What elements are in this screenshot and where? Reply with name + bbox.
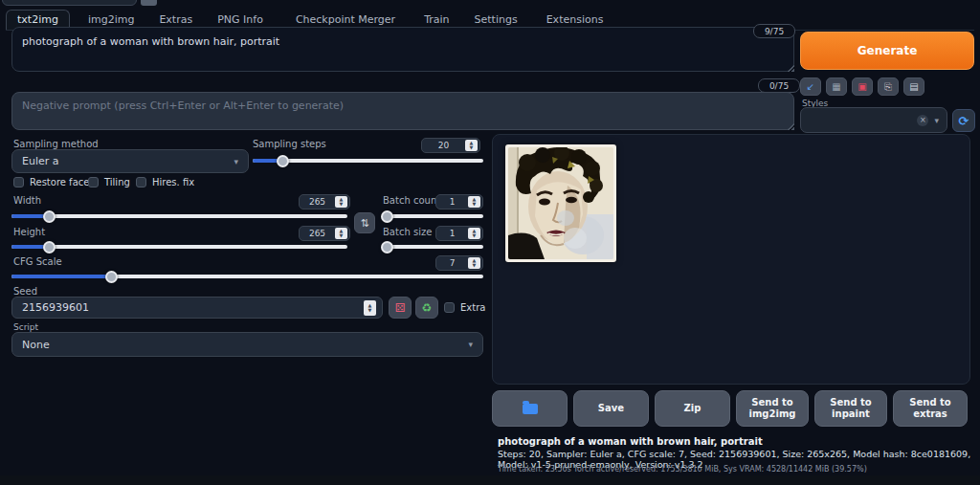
negative-prompt-input[interactable] <box>11 92 794 130</box>
apply-style-icon[interactable]: ⎘ <box>878 77 899 96</box>
clear-grid-glyph: ▦ <box>832 81 840 92</box>
generation-info-prompt: photograph of a woman with brown hair, p… <box>498 436 763 447</box>
checkbox-icon[interactable] <box>13 177 24 187</box>
sampling-steps-slider[interactable] <box>253 155 483 166</box>
send-to-inpaint-button[interactable]: Send to inpaint <box>814 390 887 427</box>
stepper-arrows-icon[interactable]: ▲▼ <box>468 196 480 208</box>
checkbox-icon[interactable] <box>88 177 99 187</box>
width-slider[interactable] <box>11 210 347 222</box>
paste-params-icon[interactable]: ↙ <box>800 77 821 96</box>
swap-arrows-icon: ⇅ <box>360 217 368 230</box>
seed-label: Seed <box>13 286 37 297</box>
width-value: 265 <box>300 197 335 207</box>
slider-thumb[interactable] <box>381 210 393 223</box>
chevron-down-icon: ▾ <box>934 116 939 125</box>
sampling-steps-label: Sampling steps <box>253 139 326 149</box>
stepper-arrows-icon[interactable]: ▲▼ <box>468 257 480 269</box>
tiling-checkbox[interactable]: Tiling <box>88 177 130 187</box>
zip-button[interactable]: Zip <box>655 390 730 427</box>
checkbox-icon[interactable] <box>136 177 146 187</box>
send-to-extras-button[interactable]: Send to extras <box>893 390 968 427</box>
batch-count-label: Batch count <box>383 195 440 206</box>
cfg-scale-slider[interactable] <box>11 271 483 282</box>
stepper-arrows-icon[interactable]: ▲▼ <box>364 300 376 316</box>
slider-track <box>11 245 347 249</box>
height-value: 265 <box>300 229 335 238</box>
checkbox-icon[interactable] <box>444 302 455 313</box>
portrait-image <box>508 147 613 259</box>
batch-count-value: 1 <box>436 197 468 207</box>
footer-strip <box>0 475 980 485</box>
negative-token-counter: 0/75 <box>758 78 800 93</box>
slider-track <box>11 214 347 218</box>
height-slider[interactable] <box>11 241 347 253</box>
height-input[interactable]: 265 ▲▼ <box>299 226 350 241</box>
cfg-scale-label: CFG Scale <box>13 256 62 267</box>
restore-faces-checkbox[interactable]: Restore faces <box>13 177 95 187</box>
folder-icon <box>523 404 538 414</box>
save-style-icon[interactable]: ▤ <box>903 77 924 96</box>
stepper-arrows-icon[interactable]: ▲▼ <box>468 228 480 239</box>
extra-seed-checkbox[interactable]: Extra <box>444 302 485 313</box>
swap-dimensions-button[interactable]: ⇅ <box>354 212 375 233</box>
chevron-down-icon: ▾ <box>468 340 473 349</box>
send-to-img2img-button[interactable]: Send to img2img <box>736 390 809 427</box>
seed-input[interactable]: 2156939601 ▲▼ <box>11 297 383 319</box>
chevron-down-icon: ▾ <box>234 157 238 166</box>
extra-networks-icon[interactable]: ▣ <box>852 77 873 96</box>
script-label: Script <box>13 322 38 332</box>
prompt-token-counter: 9/75 <box>753 24 795 38</box>
sampling-steps-value: 20 <box>422 141 465 150</box>
reuse-seed-button[interactable]: ♻ <box>415 297 438 319</box>
restore-faces-label: Restore faces <box>30 177 95 187</box>
script-dropdown[interactable]: None ▾ <box>11 332 483 357</box>
styles-dropdown[interactable]: × ▾ <box>800 107 947 133</box>
slider-thumb[interactable] <box>43 210 56 223</box>
script-value: None <box>22 339 50 351</box>
styles-clear-icon[interactable]: × <box>917 115 928 126</box>
slider-thumb[interactable] <box>277 155 289 167</box>
width-input[interactable]: 265 ▲▼ <box>299 194 350 209</box>
prompt-tools: ↙ ▦ ▣ ⎘ ▤ <box>800 77 924 96</box>
stepper-arrows-icon[interactable]: ▲▼ <box>335 196 347 208</box>
checkpoint-refresh-button[interactable] <box>141 0 157 6</box>
batch-count-slider[interactable] <box>383 210 483 222</box>
batch-size-input[interactable]: 1 ▲▼ <box>435 226 483 241</box>
height-label: Height <box>13 227 45 237</box>
sampling-method-label: Sampling method <box>13 139 99 149</box>
width-label: Width <box>13 195 41 206</box>
negative-resize-grip[interactable] <box>787 122 794 130</box>
sampling-steps-input[interactable]: 20 ▲▼ <box>421 138 480 153</box>
clipboard-glyph: ⎘ <box>884 81 892 93</box>
batch-count-input[interactable]: 1 ▲▼ <box>435 194 483 209</box>
recycle-icon: ♻ <box>422 301 433 315</box>
save-glyph: ▤ <box>909 81 918 92</box>
stepper-arrows-icon[interactable]: ▲▼ <box>335 228 347 239</box>
seed-value: 2156939601 <box>22 301 364 314</box>
sampling-method-value: Euler a <box>22 155 59 167</box>
extra-networks-glyph: ▣ <box>858 81 866 92</box>
checkpoint-dropdown-cutoff[interactable] <box>2 0 137 6</box>
prompt-input[interactable]: photograph of a woman with brown hair, p… <box>11 27 794 72</box>
slider-thumb[interactable] <box>43 241 56 254</box>
slider-fill <box>11 275 111 278</box>
slider-thumb[interactable] <box>381 241 393 254</box>
generated-image-thumbnail[interactable] <box>505 144 616 262</box>
hires-fix-label: Hires. fix <box>152 177 194 187</box>
extra-seed-label: Extra <box>460 302 485 313</box>
batch-size-slider[interactable] <box>383 241 483 253</box>
batch-size-label: Batch size <box>383 227 432 237</box>
hires-fix-checkbox[interactable]: Hires. fix <box>136 177 194 187</box>
save-button[interactable]: Save <box>573 390 649 427</box>
random-seed-button[interactable]: ⚄ <box>389 297 412 319</box>
styles-refresh-button[interactable]: ⟳ <box>952 109 975 132</box>
generate-button[interactable]: Generate <box>800 32 974 70</box>
stepper-arrows-icon[interactable]: ▲▼ <box>465 140 478 151</box>
dice-icon: ⚄ <box>395 301 405 315</box>
sampling-method-dropdown[interactable]: Euler a ▾ <box>11 149 249 173</box>
cfg-scale-input[interactable]: 7 ▲▼ <box>435 255 483 271</box>
open-folder-button[interactable] <box>492 390 568 427</box>
prompt-resize-grip[interactable] <box>787 64 794 72</box>
clear-prompt-icon[interactable]: ▦ <box>826 77 847 96</box>
slider-thumb[interactable] <box>105 271 118 283</box>
